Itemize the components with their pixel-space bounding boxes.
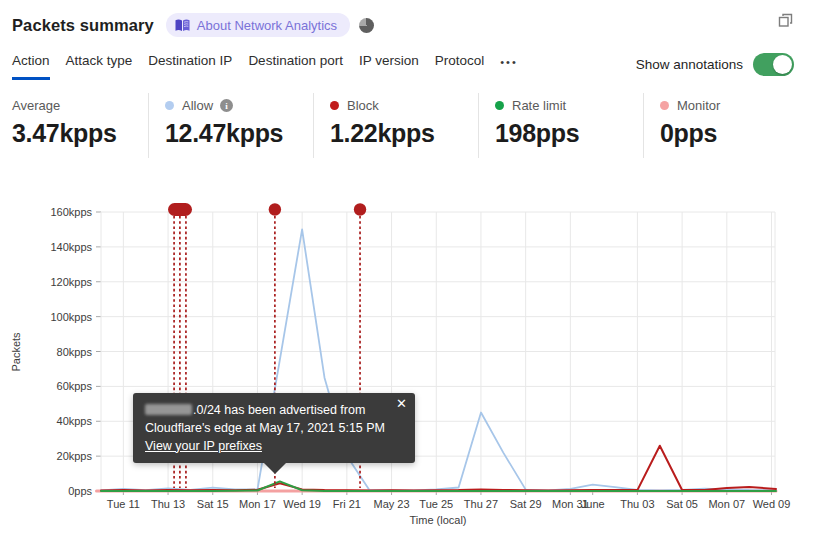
- tab-action[interactable]: Action: [12, 53, 50, 80]
- toggle-knob: [773, 55, 792, 74]
- x-tick-label: Tue 11: [107, 498, 140, 510]
- about-network-analytics-badge[interactable]: About Network Analytics: [166, 13, 350, 37]
- stat-block-value: 1.22kpps: [330, 119, 478, 148]
- y-tick-label: 20kpps: [57, 450, 93, 462]
- stat-rate-limit-label: Rate limit: [512, 98, 566, 113]
- y-tick-label: 0pps: [68, 485, 92, 497]
- header: Packets summary About Network Analytics: [0, 0, 816, 37]
- x-tick-label: Thu 27: [464, 498, 498, 510]
- tab-bar: Action Attack type Destination IP Destin…: [0, 37, 816, 80]
- stat-monitor: Monitor 0pps: [643, 93, 805, 158]
- tab-destination-ip[interactable]: Destination IP: [148, 53, 232, 80]
- stat-rate-limit: Rate limit 198pps: [478, 93, 643, 158]
- x-tick-label: Mon 07: [708, 498, 745, 510]
- book-icon: [175, 19, 190, 32]
- annotation-dot-cap: [269, 203, 281, 215]
- stat-allow-value: 12.47kpps: [165, 119, 313, 148]
- show-annotations-label: Show annotations: [636, 57, 743, 72]
- stat-allow-label: Allow: [182, 98, 213, 113]
- allow-legend-dot: [165, 101, 174, 110]
- y-tick-label: 40kpps: [57, 415, 93, 427]
- y-tick-label: 80kpps: [57, 346, 93, 358]
- stat-average-value: 3.47kpps: [12, 119, 148, 148]
- badge-label: About Network Analytics: [197, 18, 337, 33]
- tab-destination-port[interactable]: Destination port: [248, 53, 343, 80]
- stat-monitor-value: 0pps: [660, 119, 805, 148]
- tooltip-close-icon[interactable]: ✕: [396, 397, 407, 410]
- x-tick-label: June: [581, 498, 605, 510]
- annotation-dot-cap: [354, 203, 366, 215]
- view-ip-prefixes-link[interactable]: View your IP prefixes: [145, 439, 262, 453]
- monitor-legend-dot: [660, 101, 669, 110]
- stat-rate-limit-value: 198pps: [495, 119, 643, 148]
- popout-copy-icon[interactable]: [777, 12, 794, 33]
- y-tick-label: 60kpps: [57, 380, 93, 392]
- y-axis-title: Packets: [10, 332, 22, 372]
- x-tick-label: Wed 19: [283, 498, 321, 510]
- x-tick-label: Sat 15: [197, 498, 229, 510]
- show-annotations-toggle[interactable]: [753, 53, 794, 76]
- packets-time-series-chart: 0pps20kpps40kpps60kpps80kpps100kpps120kp…: [0, 190, 816, 545]
- x-tick-label: Mon 17: [239, 498, 276, 510]
- stat-monitor-label: Monitor: [677, 98, 720, 113]
- usage-pie-icon[interactable]: [359, 18, 374, 33]
- stats-row: Average 3.47kpps Allow i 12.47kpps Block…: [0, 93, 816, 158]
- annotation-pill-cap: [168, 203, 192, 216]
- x-tick-label: Fri 21: [333, 498, 361, 510]
- tooltip-text: .0/24 has been advertised from Cloudflar…: [145, 402, 389, 438]
- stat-allow: Allow i 12.47kpps: [148, 93, 313, 158]
- x-tick-label: Wed 09: [753, 498, 791, 510]
- rate-limit-legend-dot: [495, 101, 504, 110]
- x-tick-label: Tue 25: [419, 498, 453, 510]
- more-tabs-ellipsis-icon[interactable]: •••: [500, 53, 518, 80]
- y-tick-label: 100kpps: [50, 311, 92, 323]
- annotation-tooltip: ✕ .0/24 has been advertised from Cloudfl…: [133, 393, 415, 463]
- redacted-ip-prefix: [145, 404, 192, 415]
- tab-protocol[interactable]: Protocol: [435, 53, 485, 80]
- stat-average-label: Average: [12, 98, 60, 113]
- tabs: Action Attack type Destination IP Destin…: [12, 53, 518, 80]
- x-tick-label: Sat 05: [666, 498, 698, 510]
- block-legend-dot: [330, 101, 339, 110]
- y-tick-label: 120kpps: [50, 276, 92, 288]
- stat-block-label: Block: [347, 98, 379, 113]
- x-tick-label: Sat 29: [510, 498, 542, 510]
- x-tick-label: Thu 03: [620, 498, 654, 510]
- packets-chart: 0pps20kpps40kpps60kpps80kpps100kpps120kp…: [0, 190, 816, 545]
- tab-attack-type[interactable]: Attack type: [66, 53, 133, 80]
- x-axis-title: Time (local): [409, 514, 466, 526]
- x-tick-label: Thu 13: [151, 498, 185, 510]
- stat-block: Block 1.22kpps: [313, 93, 478, 158]
- y-tick-label: 160kpps: [50, 206, 92, 218]
- show-annotations-control: Show annotations: [636, 53, 794, 76]
- y-tick-label: 140kpps: [50, 241, 92, 253]
- info-icon[interactable]: i: [220, 99, 233, 112]
- stat-average: Average 3.47kpps: [0, 93, 148, 158]
- network-analytics-panel: Packets summary About Network Analytics …: [0, 0, 816, 545]
- page-title: Packets summary: [12, 16, 154, 35]
- tab-ip-version[interactable]: IP version: [359, 53, 419, 80]
- x-tick-label: May 23: [374, 498, 410, 510]
